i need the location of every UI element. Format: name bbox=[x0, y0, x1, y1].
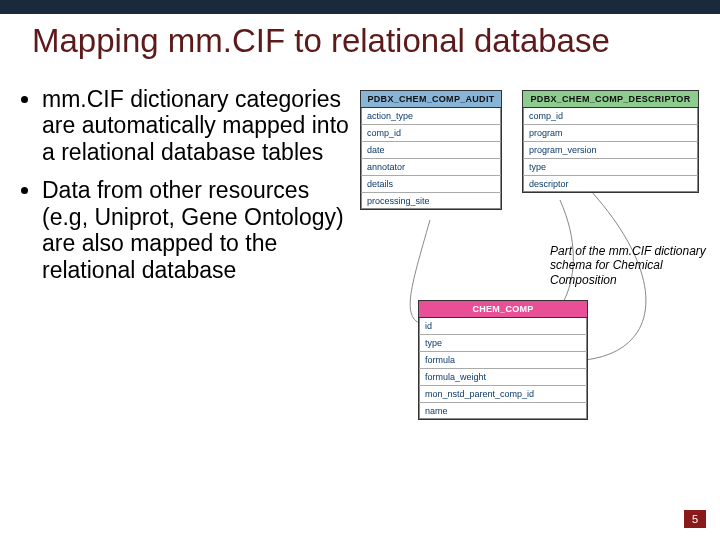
table-header: CHEM_COMP bbox=[419, 301, 587, 318]
table-audit: PDBX_CHEM_COMP_AUDIT action_type comp_id… bbox=[360, 90, 502, 210]
table-row: processing_site bbox=[361, 193, 501, 209]
top-bar bbox=[0, 0, 720, 14]
table-descriptor: PDBX_CHEM_COMP_DESCRIPTOR comp_id progra… bbox=[522, 90, 699, 193]
table-row: id bbox=[419, 318, 587, 335]
table-row: comp_id bbox=[361, 125, 501, 142]
table-row: action_type bbox=[361, 108, 501, 125]
table-row: program_version bbox=[523, 142, 698, 159]
slide-title: Mapping mm.CIF to relational database bbox=[32, 22, 700, 60]
bullet-item: mm.CIF dictionary categories are automat… bbox=[42, 86, 350, 165]
table-row: date bbox=[361, 142, 501, 159]
table-row: formula bbox=[419, 352, 587, 369]
table-header: PDBX_CHEM_COMP_AUDIT bbox=[361, 91, 501, 108]
table-row: comp_id bbox=[523, 108, 698, 125]
table-row: annotator bbox=[361, 159, 501, 176]
table-row: program bbox=[523, 125, 698, 142]
page-number: 5 bbox=[684, 510, 706, 528]
table-row: type bbox=[419, 335, 587, 352]
bullet-list: mm.CIF dictionary categories are automat… bbox=[20, 86, 350, 295]
table-row: mon_nstd_parent_comp_id bbox=[419, 386, 587, 403]
table-row: descriptor bbox=[523, 176, 698, 192]
diagram-caption: Part of the mm.CIF dictionary schema for… bbox=[550, 244, 710, 287]
table-chem-comp: CHEM_COMP id type formula formula_weight… bbox=[418, 300, 588, 420]
bullet-item: Data from other resources (e.g, Uniprot,… bbox=[42, 177, 350, 283]
slide: Mapping mm.CIF to relational database mm… bbox=[0, 0, 720, 540]
table-row: type bbox=[523, 159, 698, 176]
table-header: PDBX_CHEM_COMP_DESCRIPTOR bbox=[523, 91, 698, 108]
table-row: formula_weight bbox=[419, 369, 587, 386]
table-row: details bbox=[361, 176, 501, 193]
table-row: name bbox=[419, 403, 587, 419]
